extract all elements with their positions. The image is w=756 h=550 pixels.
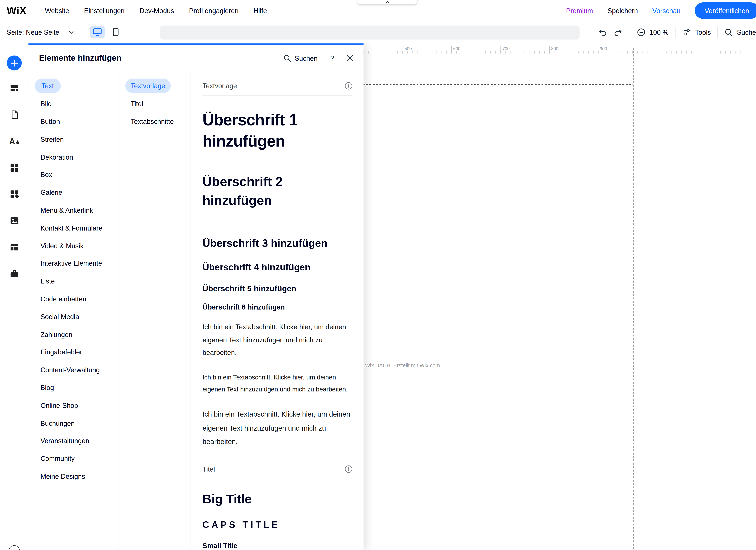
paragraph-template-3[interactable]: Ich bin ein Textabschnitt. Klicke hier, …	[202, 408, 352, 449]
category-label: Bild	[40, 100, 52, 108]
category-community[interactable]: Community	[28, 450, 118, 467]
category-label: Veranstaltungen	[40, 437, 89, 445]
site-design-icon[interactable]: A	[9, 136, 19, 147]
info-icon[interactable]	[345, 82, 353, 90]
subcategory-textvorlage[interactable]: Textvorlage	[119, 77, 190, 95]
toolbar-center-bar[interactable]	[160, 25, 580, 39]
category-content-verwaltung[interactable]: Content-Verwaltung	[28, 361, 118, 379]
panel-search-label: Suchen	[295, 54, 318, 62]
heading3-template[interactable]: Überschrift 3 hinzufügen	[202, 237, 352, 250]
undo-icon[interactable]	[598, 28, 607, 36]
menu-dev-modus[interactable]: Dev-Modus	[140, 6, 174, 14]
category-button[interactable]: Button	[28, 113, 118, 130]
category-label: Streifen	[40, 135, 64, 143]
editor-search-button[interactable]: Suchen	[725, 28, 756, 36]
mobile-view-button[interactable]	[112, 27, 120, 37]
device-toggle	[90, 26, 119, 38]
heading1-template[interactable]: Überschrift 1 hinzufügen	[202, 109, 352, 152]
category-text[interactable]: Text	[28, 77, 118, 95]
big-title-template[interactable]: Big Title	[202, 491, 352, 506]
panel-header-actions: Suchen ?	[283, 54, 353, 62]
category-label: Content-Verwaltung	[40, 366, 100, 374]
small-title-template[interactable]: Small Title	[202, 542, 352, 549]
page-right-guide	[633, 48, 634, 550]
menu-hilfe[interactable]: Hilfe	[253, 6, 267, 14]
close-icon[interactable]	[347, 55, 353, 61]
menu-einstellungen[interactable]: Einstellungen	[84, 6, 125, 14]
category-veranstaltungen[interactable]: Veranstaltungen	[28, 432, 118, 450]
topbar-collapse-toggle[interactable]	[357, 0, 417, 5]
redo-icon[interactable]	[614, 28, 623, 36]
wix-logo[interactable]: WiX	[7, 5, 27, 16]
category-interaktive-elemente[interactable]: Interaktive Elemente	[28, 255, 118, 272]
content-manager-icon[interactable]	[9, 242, 19, 252]
category-label: Eingabefelder	[40, 348, 82, 356]
footer-text-element[interactable]: n Wix DACH. Erstellt mit Wix.com	[361, 362, 440, 368]
category-bild[interactable]: Bild	[28, 95, 118, 113]
category-blog[interactable]: Blog	[28, 379, 118, 396]
business-tools-icon[interactable]	[9, 269, 19, 279]
subcategory-textabschnitte[interactable]: Textabschnitte	[119, 113, 190, 130]
pages-icon[interactable]	[9, 109, 19, 120]
publish-button[interactable]: Veröffentlichen	[695, 2, 756, 19]
premium-link[interactable]: Premium	[566, 7, 593, 15]
app-market-icon[interactable]	[9, 189, 19, 200]
category-label: Dekoration	[40, 153, 73, 161]
category-menue-ankerlink[interactable]: Menü & Ankerlink	[28, 201, 118, 219]
category-liste[interactable]: Liste	[28, 272, 118, 290]
preview-button[interactable]: Vorschau	[652, 7, 680, 15]
panel-search-button[interactable]: Suchen	[283, 54, 317, 62]
heading2-template[interactable]: Überschrift 2 hinzufügen	[202, 173, 352, 210]
category-meine-designs[interactable]: Meine Designs	[28, 467, 118, 485]
category-code-einbetten[interactable]: Code einbetten	[28, 290, 118, 308]
category-box[interactable]: Box	[28, 166, 118, 184]
category-label: Interaktive Elemente	[40, 259, 102, 267]
menu-profi-engagieren[interactable]: Profi engagieren	[189, 6, 238, 14]
page-selector[interactable]: Seite: Neue Seite	[7, 28, 74, 36]
ruler-label: 500	[403, 46, 412, 51]
save-button[interactable]: Speichern	[607, 7, 638, 15]
heading5-template[interactable]: Überschrift 5 hinzufügen	[202, 284, 352, 293]
category-label: Galerie	[40, 189, 62, 196]
info-icon[interactable]	[345, 465, 353, 473]
panel-help-button[interactable]: ?	[330, 54, 334, 62]
category-label: Menü & Ankerlink	[40, 206, 93, 214]
add-elements-button[interactable]	[7, 55, 22, 70]
category-dekoration[interactable]: Dekoration	[28, 148, 118, 166]
panel-header: Elemente hinzufügen Suchen ?	[28, 45, 363, 71]
help-icon[interactable]	[9, 545, 20, 550]
page-selector-label: Seite: Neue Seite	[7, 28, 59, 36]
category-video-musik[interactable]: Video & Musik	[28, 237, 118, 255]
menu-website[interactable]: Website	[45, 6, 69, 14]
category-streifen[interactable]: Streifen	[28, 130, 118, 148]
heading6-template[interactable]: Überschrift 6 hinzufügen	[202, 303, 352, 311]
category-label: Liste	[40, 277, 55, 285]
category-eingabefelder[interactable]: Eingabefelder	[28, 343, 118, 361]
paragraph-template-1[interactable]: Ich bin ein Textabschnitt. Klicke hier, …	[202, 321, 352, 359]
subcategory-titel[interactable]: Titel	[119, 95, 190, 113]
category-buchungen[interactable]: Buchungen	[28, 414, 118, 432]
left-toolbar-rail: A	[0, 43, 28, 550]
paragraph-template-2[interactable]: Ich bin ein Textabschnitt. Klicke hier, …	[202, 371, 352, 396]
layout-grid-icon[interactable]	[9, 162, 19, 173]
category-kontakt-formulare[interactable]: Kontakt & Formulare	[28, 219, 118, 237]
desktop-icon	[93, 28, 102, 36]
media-icon[interactable]	[9, 216, 19, 226]
heading4-template[interactable]: Überschrift 4 hinzufügen	[202, 262, 352, 273]
category-social-media[interactable]: Social Media	[28, 308, 118, 326]
category-galerie[interactable]: Galerie	[28, 184, 118, 201]
element-preview-column: Textvorlage Überschrift 1 hinzufügen Übe…	[190, 71, 364, 550]
add-section-icon[interactable]	[9, 83, 19, 93]
tools-button[interactable]: Tools	[683, 28, 711, 37]
desktop-view-button[interactable]	[90, 26, 104, 38]
category-zahlungen[interactable]: Zahlungen	[28, 326, 118, 343]
toolbar-divider	[630, 27, 630, 37]
category-label: Social Media	[40, 313, 79, 321]
category-label: Video & Musik	[40, 242, 83, 250]
caps-title-template[interactable]: CAPS TITLE	[202, 520, 352, 530]
toolbar-right-controls: 100 % Tools Suchen	[598, 21, 756, 43]
zoom-control[interactable]: 100 %	[637, 28, 669, 37]
tools-icon	[683, 28, 691, 37]
ruler-label: 700	[500, 46, 510, 51]
category-online-shop[interactable]: Online-Shop	[28, 396, 118, 414]
